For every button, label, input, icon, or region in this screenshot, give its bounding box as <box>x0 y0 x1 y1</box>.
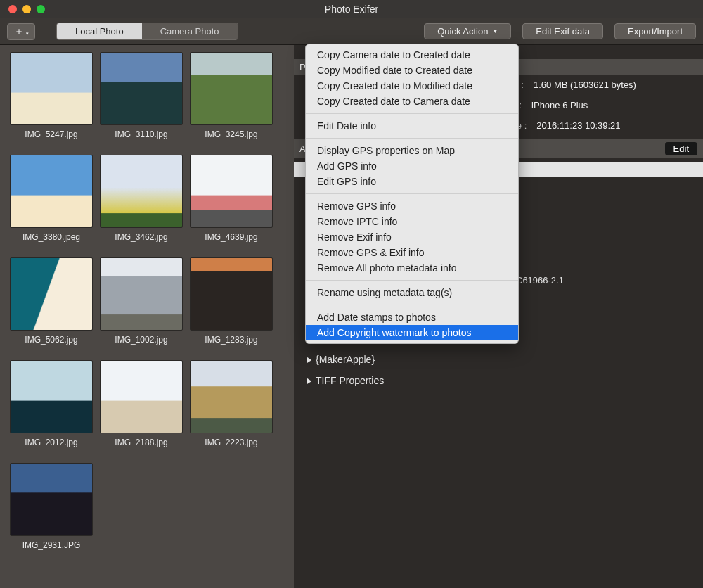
thumb-item[interactable]: IMG_2012.jpg <box>10 360 93 447</box>
photo-thumbnail <box>190 257 273 331</box>
window-title: Photo Exifer <box>0 4 703 15</box>
thumb-label: IMG_3110.jpg <box>115 129 167 139</box>
prop-tiff[interactable]: ▶TIFF Properties <box>305 370 692 391</box>
thumb-item[interactable]: IMG_3462.jpg <box>100 155 183 242</box>
meta-val-info: iPhone 6 Plus <box>531 100 588 110</box>
photo-thumbnail <box>190 155 273 228</box>
menu-separator <box>306 113 518 114</box>
photo-thumbnail <box>10 257 93 331</box>
menu-separator <box>306 193 518 194</box>
menu-remove-gps[interactable]: Remove GPS info <box>306 198 518 214</box>
menu-separator <box>306 305 518 305</box>
thumb-item[interactable]: IMG_1283.jpg <box>190 257 273 345</box>
plus-icon: ＋ <box>14 25 24 38</box>
thumb-label: IMG_2223.jpg <box>205 437 257 447</box>
tab-local-photo[interactable]: Local Photo <box>57 23 142 39</box>
thumb-label: IMG_2012.jpg <box>25 437 77 447</box>
quick-action-menu: Copy Camera date to Created date Copy Mo… <box>305 44 519 344</box>
menu-separator <box>306 138 518 139</box>
gallery: IMG_5247.jpg IMG_3110.jpg IMG_3245.jpg I… <box>0 45 294 588</box>
thumb-label: IMG_1283.jpg <box>205 335 257 345</box>
chevron-right-icon: ▶ <box>307 355 311 364</box>
titlebar: Photo Exifer <box>0 0 703 18</box>
menu-copy-created-camera[interactable]: Copy Created date to Camera date <box>306 94 518 109</box>
add-button[interactable]: ＋ ▾ <box>7 23 35 40</box>
quick-action-label: Quick Action <box>437 26 488 37</box>
thumb-label: IMG_5062.jpg <box>25 335 77 345</box>
edit-exif-button[interactable]: Edit Exif data <box>522 23 603 39</box>
source-segment: Local Photo Camera Photo <box>56 23 238 40</box>
photo-thumbnail <box>10 463 93 536</box>
thumb-label: IMG_3380.jpeg <box>22 232 80 242</box>
thumb-label: IMG_3462.jpg <box>115 232 167 242</box>
thumb-item[interactable]: IMG_5247.jpg <box>10 52 93 139</box>
thumb-label: IMG_4639.jpg <box>205 232 257 242</box>
caret-down-icon: ▾ <box>26 31 29 37</box>
maximize-icon[interactable] <box>37 5 45 13</box>
photo-thumbnail <box>10 360 93 433</box>
thumb-item[interactable]: IMG_2931.JPG <box>10 463 93 550</box>
menu-add-watermark[interactable]: Add Copyright watermark to photos <box>306 325 518 340</box>
menu-remove-iptc[interactable]: Remove IPTC info <box>306 214 518 229</box>
thumb-item[interactable]: IMG_5062.jpg <box>10 257 93 345</box>
photo-thumbnail <box>100 360 183 433</box>
menu-add-date-stamps[interactable]: Add Date stamps to photos <box>306 309 518 325</box>
menu-add-gps[interactable]: Add GPS info <box>306 158 518 174</box>
thumb-item[interactable]: IMG_1002.jpg <box>100 257 183 345</box>
thumb-item[interactable]: IMG_2188.jpg <box>100 360 183 447</box>
thumb-label: IMG_2931.JPG <box>22 540 81 550</box>
photo-thumbnail <box>190 360 273 433</box>
menu-separator <box>306 280 518 281</box>
photo-thumbnail <box>100 52 183 125</box>
color-profile-value: C61966-2.1 <box>516 275 692 286</box>
thumb-item[interactable]: IMG_3380.jpeg <box>10 155 93 242</box>
quick-action-button[interactable]: Quick Action ▼ <box>424 23 511 39</box>
prop-makerapple[interactable]: ▶{MakerApple} <box>305 349 692 370</box>
tab-camera-photo[interactable]: Camera Photo <box>142 23 238 39</box>
chevron-right-icon: ▶ <box>307 376 311 385</box>
thumb-label: IMG_2188.jpg <box>115 437 167 447</box>
traffic-lights <box>8 5 45 13</box>
menu-copy-created-modified[interactable]: Copy Created date to Modified date <box>306 78 518 94</box>
thumb-item[interactable]: IMG_3245.jpg <box>190 52 273 139</box>
menu-remove-gps-exif[interactable]: Remove GPS & Exif info <box>306 245 518 260</box>
thumb-item[interactable]: IMG_2223.jpg <box>190 360 273 447</box>
thumb-item[interactable]: IMG_3110.jpg <box>100 52 183 139</box>
menu-rename[interactable]: Rename using metadata tag(s) <box>306 285 518 300</box>
edit-button[interactable]: Edit <box>665 142 697 155</box>
photo-thumbnail <box>190 52 273 125</box>
photo-thumbnail <box>10 52 93 125</box>
thumb-label: IMG_5247.jpg <box>25 129 77 139</box>
thumb-item[interactable]: IMG_4639.jpg <box>190 155 273 242</box>
export-import-button[interactable]: Export/Import <box>614 23 696 39</box>
photo-thumbnail <box>100 155 183 228</box>
photo-thumbnail <box>100 257 183 331</box>
menu-remove-all-metadata[interactable]: Remove All photo metadata info <box>306 260 518 276</box>
meta-val-size: 1.60 MB (1603621 bytes) <box>534 79 636 90</box>
menu-display-gps-map[interactable]: Display GPS properties on Map <box>306 143 518 158</box>
close-icon[interactable] <box>8 5 17 13</box>
menu-edit-gps[interactable]: Edit GPS info <box>306 174 518 189</box>
caret-down-icon: ▼ <box>492 28 498 34</box>
minimize-icon[interactable] <box>22 5 31 13</box>
menu-copy-camera-created[interactable]: Copy Camera date to Created date <box>306 47 518 63</box>
menu-remove-exif[interactable]: Remove Exif info <box>306 229 518 245</box>
photo-thumbnail <box>10 155 93 228</box>
toolbar: ＋ ▾ Local Photo Camera Photo Quick Actio… <box>0 18 703 45</box>
meta-val-date: 2016:11:23 10:39:21 <box>536 120 620 131</box>
menu-edit-date[interactable]: Edit Date info <box>306 118 518 134</box>
thumb-label: IMG_3245.jpg <box>205 129 257 139</box>
menu-copy-modified-created[interactable]: Copy Modified date to Created date <box>306 63 518 78</box>
thumb-label: IMG_1002.jpg <box>115 335 167 345</box>
